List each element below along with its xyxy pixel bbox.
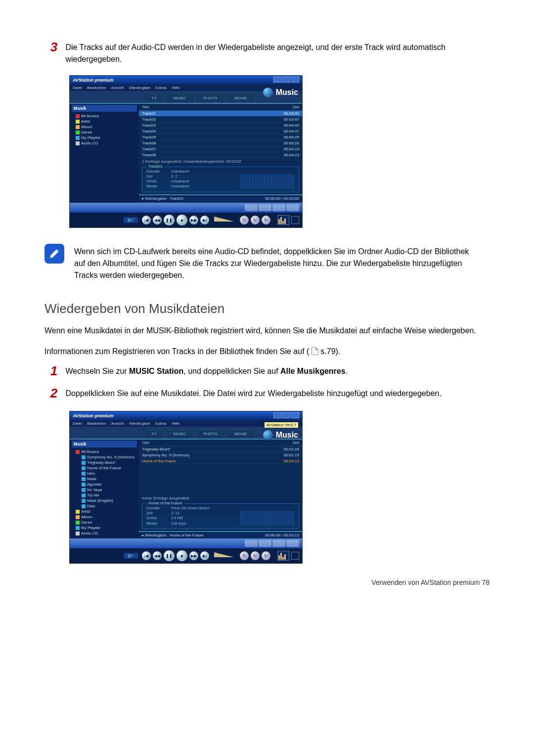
tab-music[interactable]: MUSIC (166, 430, 194, 438)
side-audio-cd[interactable]: Audio CD (72, 140, 137, 146)
side-track[interactable]: Aguzate (72, 482, 137, 487)
repeat-one-icon[interactable]: ↻ (251, 551, 260, 560)
section-p1: Wenn eine Musikdatei in der MUSIK-Biblio… (44, 324, 490, 337)
stop-icon[interactable]: ■ (177, 215, 187, 225)
forward-icon[interactable]: ▶▶ (189, 216, 198, 224)
repeat-one-icon[interactable]: ↻ (251, 216, 260, 224)
track-info: Track01 KünstlerUnbekannt Zeit3: 2 Größe… (142, 167, 299, 192)
side-track[interactable]: Symphony No. 9 (Scherzo) (72, 454, 137, 460)
list-row[interactable]: Symphony No. 9 (Scherzo)00:01:15 (139, 452, 302, 458)
stop-icon[interactable]: ■ (177, 550, 187, 561)
tab-photo[interactable]: PHOTO (196, 94, 224, 102)
app-title: AVStation premium (73, 78, 114, 83)
menu-ansicht[interactable]: Ansicht (111, 86, 124, 90)
skip-end-icon[interactable]: ▶| (200, 216, 209, 224)
action-button[interactable] (286, 204, 299, 211)
list-row[interactable]: Track0100:03:02 (139, 111, 302, 117)
side-track[interactable]: No Vaya (72, 487, 137, 492)
side-album[interactable]: Album (72, 514, 137, 520)
side-track[interactable]: Intro (72, 471, 137, 476)
equalizer-icon[interactable] (277, 215, 289, 225)
side-my-playlist[interactable]: My Playlist (72, 525, 137, 531)
brand: Music (263, 88, 298, 97)
tab-movie[interactable]: MOVIE (227, 430, 255, 438)
list-row[interactable]: "Highway Blues"00:01:33 (139, 446, 302, 452)
skip-end-icon[interactable]: ▶| (200, 551, 209, 560)
side-genre[interactable]: Genre (72, 130, 137, 135)
list-row[interactable]: Track0600:00:26 (139, 140, 302, 146)
side-genre[interactable]: Genre (72, 520, 137, 525)
list-row[interactable]: Track0500:04:29 (139, 134, 302, 140)
repeat-icon[interactable]: ↻ (240, 216, 249, 224)
window-buttons[interactable] (272, 77, 299, 84)
menu-datei[interactable]: Datei (73, 421, 82, 426)
sidebar: Musik All Musics Symphony No. 9 (Scherzo… (70, 440, 139, 538)
list-row[interactable]: Track0200:03:47 (139, 117, 302, 123)
list-row[interactable]: Track0400:04:47 (139, 129, 302, 134)
menu-extras[interactable]: Extras (155, 421, 167, 426)
equalizer-icon[interactable] (277, 551, 289, 561)
action-button[interactable] (259, 204, 271, 211)
menu-bearbeiten[interactable]: Bearbeiten (87, 86, 106, 90)
action-button[interactable] (259, 540, 271, 547)
menu-wiedergabe[interactable]: Wiedergabe (129, 421, 150, 426)
side-all-musics[interactable]: All Musics (72, 113, 137, 119)
side-album[interactable]: Album (72, 124, 137, 130)
side-artist[interactable]: Artist (72, 509, 137, 514)
tab-photo[interactable]: PHOTO (196, 430, 224, 438)
skip-start-icon[interactable]: |◀ (142, 216, 151, 224)
side-track[interactable]: Mask (72, 476, 137, 482)
menu-wiedergabe[interactable]: Wiedergabe (129, 86, 150, 90)
rewind-icon[interactable]: ◀◀ (153, 551, 162, 560)
repeat-icon[interactable]: ↻ (240, 551, 249, 560)
tab-tv[interactable]: TV (144, 430, 164, 438)
window-buttons[interactable] (272, 412, 299, 419)
side-track[interactable]: Try Me (72, 492, 137, 498)
step-2: 2 Doppelklicken Sie auf eine Musikdatei.… (44, 386, 490, 401)
shuffle-icon[interactable]: ↻ (262, 216, 270, 224)
tab-movie[interactable]: MOVIE (227, 94, 255, 102)
pause-icon[interactable]: ❚❚ (164, 550, 175, 561)
list-header: Titel Zeit (139, 104, 302, 111)
action-button[interactable] (286, 540, 299, 547)
menu-ansicht[interactable]: Ansicht (111, 421, 124, 426)
list-row[interactable]: Home of the Future00:03:13 (139, 458, 302, 464)
list-row[interactable]: Track0300:04:42 (139, 123, 302, 129)
side-artist[interactable]: Artist (72, 119, 137, 124)
action-strip (70, 538, 302, 548)
action-button[interactable] (272, 540, 285, 547)
side-all-musics[interactable]: All Musics (72, 449, 137, 454)
add-button[interactable]: ⊞+ (124, 553, 138, 559)
side-track[interactable]: "Highway Blues" (72, 460, 137, 465)
corner-button[interactable] (291, 552, 299, 560)
action-button[interactable] (272, 204, 285, 211)
side-my-playlist[interactable]: My Playlist (72, 135, 137, 140)
pause-icon[interactable]: ❚❚ (164, 215, 175, 225)
side-audio-cd[interactable]: Audio CD (72, 531, 137, 536)
tab-music[interactable]: MUSIC (166, 94, 194, 102)
side-track[interactable]: Mask (English) (72, 498, 137, 503)
tab-tv[interactable]: TV (144, 94, 164, 102)
menu-bearbeiten[interactable]: Bearbeiten (87, 421, 106, 426)
side-track[interactable]: Home of the Future (72, 465, 137, 471)
menu-extras[interactable]: Extras (155, 86, 167, 90)
forward-icon[interactable]: ▶▶ (189, 551, 198, 560)
action-button[interactable] (245, 540, 258, 547)
list-row[interactable]: Track0700:04:19 (139, 146, 302, 152)
step3-text: Die Tracks auf der Audio-CD werden in de… (65, 40, 476, 65)
volume-slider[interactable] (214, 552, 234, 559)
add-button[interactable]: ⊞+ (124, 217, 138, 223)
menu-hilfe[interactable]: Hilfe (172, 421, 179, 426)
skip-start-icon[interactable]: |◀ (142, 551, 151, 560)
shuffle-icon[interactable]: ↻ (262, 551, 270, 560)
corner-button[interactable] (291, 216, 299, 224)
brand-label: Music (276, 88, 298, 97)
volume-slider[interactable] (214, 217, 234, 223)
action-button[interactable] (245, 204, 258, 211)
side-track[interactable]: Glas (72, 503, 137, 509)
menu-hilfe[interactable]: Hilfe (172, 86, 179, 90)
bottom-bar: ⊞+ |◀ ◀◀ ❚❚ ■ ▶▶ ▶| ↻ ↻ ↻ (70, 213, 302, 227)
rewind-icon[interactable]: ◀◀ (153, 216, 162, 224)
menu-datei[interactable]: Datei (73, 86, 82, 90)
list-row[interactable]: Track0800:04:23 (139, 152, 302, 158)
